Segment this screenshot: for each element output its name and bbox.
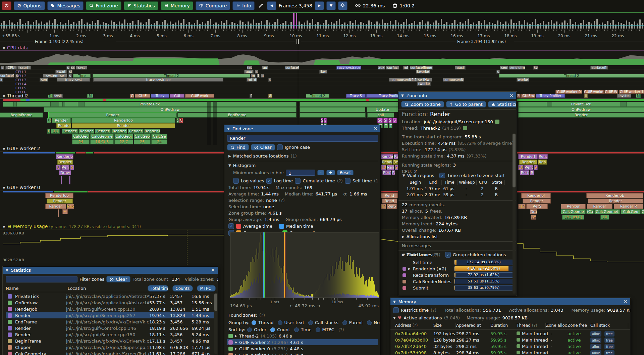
memory-row[interactable]: 0x7dfc53d9988 bytes298.34 ms59.95 sMain … — [390, 350, 631, 355]
find-zone-titlebar[interactable]: ▼ Find zone × — [224, 125, 380, 132]
cpu-zone[interactable]: rworke — [417, 82, 431, 86]
timeline-zone[interactable]: Render — [518, 113, 644, 118]
free-callstack-button[interactable]: free — [604, 338, 614, 343]
timeline-zone[interactable]: EndFrame — [178, 113, 297, 118]
timeline-zone[interactable]: R — [392, 170, 395, 175]
timeline-zone[interactable]: Rend — [382, 198, 397, 204]
ignore-case-checkbox[interactable] — [277, 144, 283, 150]
timeline-zone[interactable]: Se — [531, 215, 536, 220]
timeline-zone[interactable]: ~ — [62, 209, 68, 214]
timeline-zone[interactable]: Render — [52, 118, 71, 123]
thread-header[interactable]: ▼GUIF worker 2 — [3, 146, 40, 151]
timeline-zone[interactable]: Si — [383, 118, 388, 123]
timeline-zone[interactable] — [547, 102, 552, 107]
cpu-zone[interactable]: sens-girm — [509, 66, 525, 70]
next-frame-button[interactable]: ▶ — [315, 1, 324, 10]
cpu-zone[interactable]: (au — [247, 66, 252, 70]
sort-by-count-radio[interactable] — [270, 327, 275, 332]
cpu-zone[interactable]: s — [255, 70, 258, 74]
timeline-zone[interactable]: 18 — [381, 165, 386, 170]
timeline-zone[interactable]: 9 — [534, 165, 538, 170]
relative-time-checkbox[interactable]: ✓ — [439, 173, 445, 178]
timeline-zone[interactable]: Rende — [56, 123, 71, 128]
timeline-zone[interactable]: OnRedraw — [44, 107, 297, 112]
clear-filter-button[interactable]: Clear — [106, 276, 130, 282]
timeline-zone[interactable]: Render — [57, 160, 73, 165]
table-row[interactable]: CalcGeometryjni/../jni/src/claw/graphics… — [6, 351, 214, 355]
table-row[interactable]: EndFramejni/../jni/src/claw/gfx/drv/vk/D… — [6, 319, 214, 325]
timeline-zone[interactable]: CalcGeor — [114, 134, 133, 139]
timeline-zone[interactable]: Render — [128, 129, 144, 134]
timeline-zone[interactable]: (Ca — [586, 209, 594, 214]
min-bin-input[interactable]: 1 — [286, 170, 315, 176]
mem-col-header[interactable]: Address (?) — [395, 323, 433, 328]
cpu-zone[interactable]: s — [268, 78, 271, 82]
self-time-checkbox[interactable] — [345, 178, 351, 184]
mem-col-header[interactable]: Zone alloc — [546, 323, 567, 328]
cpu-zone[interactable]: Tracy Profiler — [536, 94, 565, 98]
timeline-zone[interactable]: CalcGeo — [134, 134, 151, 139]
cpu-zone[interactable]: surface! — [285, 66, 299, 70]
location-color-swatch[interactable] — [495, 120, 499, 124]
timeline-zone[interactable]: 18 — [518, 165, 524, 170]
table-row[interactable]: Clipperjni/../jni/src/claw/gfx/geo/Clipp… — [6, 344, 214, 350]
timeline-zone[interactable]: BeginFrame — [0, 113, 43, 118]
timeline-zone[interactable]: R — [530, 170, 534, 175]
find-zone-button[interactable]: Find zone — [86, 1, 121, 10]
timeline-zone[interactable]: F( — [47, 118, 51, 123]
timeline-zone[interactable]: Render — [72, 123, 175, 128]
cpu-zone[interactable]: surfaceflinge — [0, 74, 14, 78]
cpu-zone[interactable]: s — [496, 70, 500, 74]
found-group-row[interactable]: ▶GUIF worker 0(3,231)4.48 s — [227, 346, 378, 352]
matched-collapse-icon[interactable]: ▶ — [228, 154, 231, 158]
messages-button[interactable]: Messages — [47, 1, 84, 10]
cpu-zone[interactable]: CPU — [5, 66, 17, 70]
timeline-zone[interactable]: RenderJol — [521, 193, 551, 198]
timeline-zone[interactable]: Render — [62, 129, 78, 134]
timeline-zone[interactable]: Ren — [538, 160, 547, 165]
timeline-zone[interactable]: Rend — [538, 154, 548, 159]
close-icon[interactable]: × — [373, 126, 378, 131]
sort-by-time-radio[interactable] — [294, 327, 299, 332]
collapse-icon[interactable]: ▼ — [6, 268, 8, 272]
memory-usage-header[interactable]: ▼Memory usage (y-range: 178.27 KB, visib… — [3, 224, 141, 229]
table-row[interactable]: BeginFramejni/../jni/src/claw/gfx/drv/vk… — [6, 338, 214, 344]
sort-by-mtpc-radio[interactable] — [316, 327, 320, 332]
cpu-zone[interactable]: syst — [76, 66, 87, 70]
memory-row[interactable]: 0x7e049b3d00128 bytes298.27 ms59.95 sMai… — [390, 337, 631, 343]
timeline-zone[interactable]: Render — [47, 198, 73, 204]
timeline-zone[interactable]: OnRedraw — [518, 107, 644, 112]
cpu-zone[interactable]: x — [0, 78, 3, 82]
timeline-zone[interactable]: Dra — [530, 209, 537, 214]
cpu-zone[interactable]: si — [68, 70, 72, 74]
thread-header[interactable]: ▼Thread-2 — [3, 93, 28, 98]
child-zone-row[interactable]: ▶RenderJob (×2)4.16 ms (92.60%) — [402, 266, 513, 272]
timeline-zone[interactable]: PrivateTick — [3, 102, 297, 107]
min-bin-decrease-button[interactable]: - — [317, 170, 324, 175]
timeline-zone[interactable]: RenderJol — [56, 154, 73, 159]
wait-col-header[interactable]: CPU — [476, 180, 490, 185]
found-group-row[interactable]: ▶Thread-2(4,105)6.46 s — [227, 333, 378, 339]
group-children-checkbox[interactable]: ✓ — [445, 252, 451, 258]
frame-dropdown-button[interactable]: ▼ — [326, 1, 336, 10]
cpu-zone[interactable]: syste — [617, 94, 631, 98]
table-row[interactable]: PrivateTickjni/../jni/src/claw/applicati… — [6, 293, 214, 299]
cpu-zone[interactable]: auxi — [455, 66, 466, 70]
statistics-button[interactable]: Statistics — [124, 1, 158, 10]
cpu-zone[interactable]: GUIF w — [521, 94, 535, 98]
active-alloc-collapse-icon[interactable]: ▼ — [393, 316, 396, 320]
timeline-zone[interactable] — [300, 107, 365, 112]
timeline-zone[interactable]: RenderJob — [586, 193, 643, 198]
cpu-zone[interactable]: A — [268, 94, 272, 98]
table-row[interactable]: Renderjni/../jni/src/guif/Screen.cpp:150… — [6, 331, 214, 338]
alloc-callstack-button[interactable]: alloc — [590, 338, 601, 343]
timeline-zone[interactable]: S — [321, 118, 323, 123]
timeline-zone[interactable]: Render — [382, 160, 392, 165]
compare-button[interactable]: Compare — [196, 1, 230, 10]
timeline-zone[interactable]: RerS — [387, 204, 397, 209]
cpu-zone[interactable]: composer@ — [443, 78, 464, 82]
table-row[interactable]: RenderJobjni/../jni/src/guif/Screen.cpp:… — [6, 306, 214, 312]
cpu-zone[interactable]: sen — [500, 66, 508, 70]
timeline-zone[interactable]: RerS — [526, 204, 548, 209]
timeline-zone[interactable]: 18 — [51, 129, 60, 134]
